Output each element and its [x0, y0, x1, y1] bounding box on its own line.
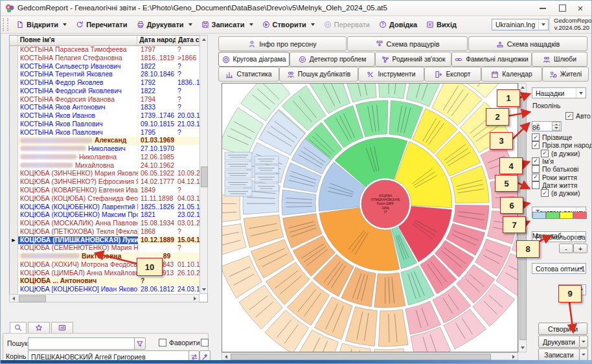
diagram-hscroll-thumb[interactable]: [231, 354, 491, 360]
sunburst-diagram[interactable]: КОЦЮБА(ПЛИШКАНОВСКАЯ)Лукия (1889-1954)17: [222, 83, 518, 352]
toolbar-save-button[interactable]: Записати: [197, 19, 258, 30]
table-row[interactable]: КОСТЫНА Яков Антонович1833?: [10, 104, 207, 112]
sunburst-outer-block[interactable]: [225, 179, 252, 187]
option-checkbox[interactable]: ✓(в дужки): [541, 189, 580, 197]
table-row[interactable]: КОЦЮБА ... Антонович?: [10, 277, 207, 286]
diagram-hscrollbar[interactable]: [222, 352, 518, 360]
zoom-in-button[interactable]: +: [573, 244, 587, 253]
table-vscrollbar[interactable]: [199, 35, 208, 294]
filter-button[interactable]: [134, 337, 146, 350]
table-row[interactable]: КОЦЮБА (СЕМЕНЮТЕНКО) Мария Нистратова?: [10, 244, 207, 253]
toolbar-exit-button[interactable]: Вихід: [422, 19, 461, 30]
sunburst-outer-block[interactable]: [255, 165, 279, 173]
sunburst-cell[interactable]: [372, 348, 407, 352]
tab-dup[interactable]: Пошук дублікатів: [279, 67, 358, 82]
zoom-out-button[interactable]: -: [559, 244, 573, 253]
scroll-right-icon[interactable]: [512, 355, 515, 359]
minimize-button[interactable]: [533, 1, 552, 16]
table-row[interactable]: Николаевна12.06.1985: [10, 154, 207, 162]
tab-face[interactable]: Детектор проблем: [290, 52, 375, 67]
table-row[interactable]: КОСТЫНА Феодосий Яковлевич1822?: [10, 87, 207, 96]
table-row[interactable]: КОСТЫНА Яков Павлович09.10.181521.03.186…: [10, 120, 207, 129]
scroll-left-icon[interactable]: [12, 297, 15, 301]
option-checkbox[interactable]: ✓Прізвище: [532, 133, 572, 141]
sunburst-cell[interactable]: [222, 224, 246, 256]
column-birthdate[interactable]: Дата народже: [137, 36, 176, 45]
option-checkbox[interactable]: По батькові: [532, 165, 578, 173]
table-hscroll-thumb[interactable]: [19, 295, 46, 302]
toolbar-play-button[interactable]: Створити: [258, 19, 319, 30]
table-row[interactable]: ▶КОЦЮБА (ПЛИШКАНОВСКАЯ) Лукия Евмение10.…: [10, 236, 207, 245]
table-hscrollbar[interactable]: [9, 294, 199, 302]
toolbar-refresh-button[interactable]: Перечитати: [71, 19, 131, 30]
table-row[interactable]: КОСТЫНА Феодосия Иванова1794?: [10, 96, 207, 104]
toolbar-grip[interactable]: [3, 18, 8, 31]
tab-treeup[interactable]: Схема нащадків: [468, 36, 587, 51]
option-checkbox[interactable]: ✓Ім'я: [532, 157, 554, 165]
tab-tools[interactable]: Інструменти: [358, 67, 424, 82]
tab-bars[interactable]: Статистика: [218, 67, 279, 82]
sunburst-cell[interactable]: [378, 84, 409, 98]
option-checkbox[interactable]: Дати життя: [532, 181, 578, 189]
chevron-down-icon[interactable]: [63, 23, 67, 26]
column-fullname[interactable]: Повне ім'я: [18, 36, 138, 45]
scroll-right-icon[interactable]: [194, 297, 196, 301]
toolbar-file-button[interactable]: Відкрити: [12, 19, 71, 30]
maximize-button[interactable]: [552, 1, 572, 16]
sunburst-outer-block[interactable]: [225, 170, 252, 178]
table-row[interactable]: КОЦЮБА (ПЕТЮХОВА) Текля [Фекла] Степанов…: [10, 228, 207, 236]
table-row[interactable]: КОСТЫНА Терентий Яковлев28.10.1846?: [10, 71, 207, 79]
sunburst-cell[interactable]: [374, 273, 405, 308]
table-row[interactable]: КОЦЮБА (ЗИНЧЕНКО?) Ефросиния Яковлева14.…: [10, 178, 207, 187]
chevron-down-icon[interactable]: [188, 23, 192, 26]
table-row[interactable]: КОЦЮБА (ЗИНЧЕНКО) Мария Яковлевна06.05.1…: [10, 170, 207, 178]
scroll-up-icon[interactable]: [521, 86, 525, 89]
option-checkbox[interactable]: ✓Роки життя: [532, 174, 577, 181]
table-row[interactable]: КОЦЮБА (КОЦЮБЕНКО) Максим Прокофиев18212…: [10, 211, 207, 220]
search-input[interactable]: [28, 337, 137, 350]
clipped-checkbox[interactable]: Х: [201, 339, 210, 347]
table-row[interactable]: КОСТЫНА Параскева Тимофеева1797?: [10, 46, 207, 54]
table-row[interactable]: КОЦЮБА (МОСКАЛИК) Анна Павловна15.08.193…: [10, 220, 207, 228]
table-row[interactable]: КОСТЫНА Сильвестр Иванович1822?: [10, 63, 207, 71]
tab-door[interactable]: Експорт: [424, 67, 481, 82]
table-row[interactable]: КОЦЮБА (ХОХИЧ) Мотрона Феодосьевна09.11.…: [10, 261, 207, 269]
sunburst-outer-block[interactable]: [225, 152, 252, 160]
spin-down-icon[interactable]: [552, 125, 560, 131]
save-button[interactable]: Записати: [538, 348, 580, 361]
auto-checkbox[interactable]: ✓Авто: [565, 112, 591, 120]
option-checkbox[interactable]: ✓Прізв.при народж.: [532, 141, 592, 149]
table-row[interactable]: Михайловна24.10.1962: [10, 162, 207, 170]
create-button[interactable]: Створити: [538, 323, 587, 335]
layout-select[interactable]: Сотова оптим.1: [532, 263, 586, 274]
tab-cal[interactable]: Календар: [481, 67, 542, 82]
table-row[interactable]: КОСТЫНА Яков Павлович1795?: [10, 129, 207, 137]
table-row[interactable]: Александ01.03.1969: [10, 137, 207, 145]
table-row[interactable]: КОЦЮБА (ЦИМБАЛ) Анна Михайловна18.11.191…: [10, 269, 207, 278]
sunburst-outer-block[interactable]: [225, 188, 252, 196]
toolbar-help-button[interactable]: ?Довідка: [374, 19, 422, 30]
chevron-down-icon[interactable]: [311, 23, 315, 26]
chevron-down-icon[interactable]: [249, 23, 253, 26]
tab-couple[interactable]: Шлюби: [532, 52, 587, 67]
tab-favorites[interactable]: [28, 322, 50, 333]
table-row[interactable]: КОСТЫНА Пелагия Стефановна1816..1819>186…: [10, 54, 207, 63]
table-row[interactable]: КОСТЫНА Яков Иванов1739..174620.03.1813: [10, 112, 207, 120]
tab-search[interactable]: [10, 322, 27, 333]
scroll-down-icon[interactable]: [521, 347, 525, 349]
sunburst-outer-block[interactable]: [255, 174, 279, 182]
scroll-down-icon[interactable]: [202, 288, 206, 291]
table-row[interactable]: Викторовна 89: [10, 253, 207, 261]
tab-treedown[interactable]: Схема пращурів: [347, 36, 468, 51]
scroll-left-icon[interactable]: [225, 355, 227, 359]
table-row[interactable]: КОЦЮБА (КОЦЮБА) Стефанида Феодосьевна11.…: [10, 195, 207, 203]
print-button[interactable]: Друкувати: [538, 336, 580, 348]
table-row[interactable]: Николаевич27.10.1970: [10, 145, 207, 154]
sunburst-cell[interactable]: [378, 310, 408, 347]
table-header[interactable]: Повне ім'я Дата народже Дата смерті: [10, 36, 207, 46]
sunburst-outer-block[interactable]: [255, 156, 279, 164]
tab-network[interactable]: Родинний зв'язок: [375, 52, 451, 67]
favorites-checkbox[interactable]: Фаворити: [159, 339, 200, 347]
sunburst-outer-block[interactable]: [225, 161, 252, 169]
save-dropdown-button[interactable]: [579, 348, 588, 361]
